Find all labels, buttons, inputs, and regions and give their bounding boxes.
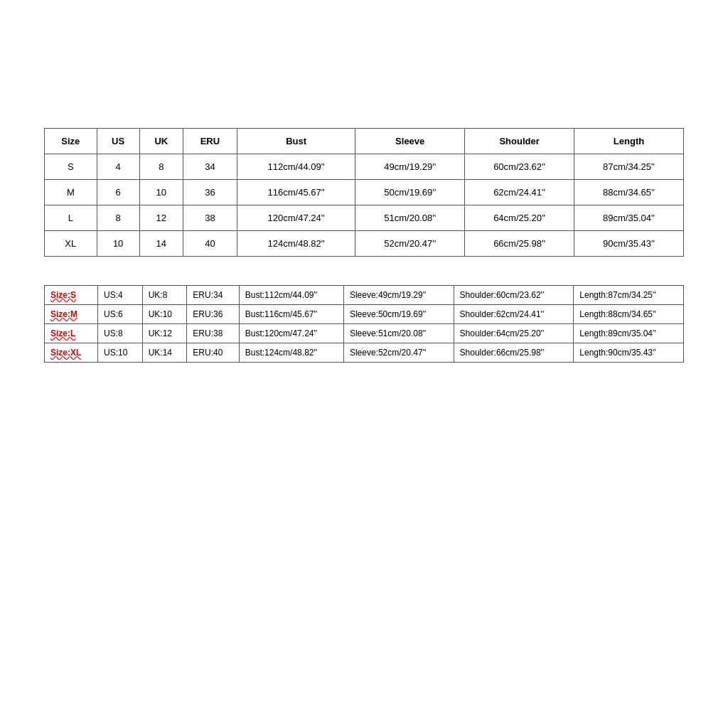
- table-cell: 90cm/35.43'': [574, 231, 684, 257]
- table-cell: 14: [139, 231, 183, 257]
- table-cell: 52cm/20.47'': [355, 231, 465, 257]
- table-cell: 10: [139, 180, 183, 205]
- table-cell: 36: [183, 180, 237, 205]
- table-cell: 62cm/24.41'': [465, 180, 574, 205]
- table-header-cell: US: [97, 129, 139, 154]
- compact-cell-sleeve: Sleeve:49cm/19.29'': [343, 286, 454, 305]
- compact-cell-bust: Bust:120cm/47.24'': [239, 324, 343, 343]
- table-header-row: SizeUSUKERUBustSleeveShoulderLength: [45, 129, 684, 154]
- compact-cell-eru: ERU:36: [187, 305, 239, 324]
- table-cell: 50cm/19.69'': [355, 180, 465, 205]
- compact-cell-size: Size:M: [45, 305, 98, 324]
- table-row: L81238120cm/47.24''51cm/20.08''64cm/25.2…: [45, 205, 684, 231]
- table-cell: 38: [183, 205, 237, 231]
- table-cell: 66cm/25.98'': [465, 231, 574, 257]
- compact-cell-length: Length:90cm/35.43'': [574, 343, 684, 363]
- compact-cell-uk: UK:14: [142, 343, 187, 363]
- compact-cell-length: Length:89cm/35.04'': [574, 324, 684, 343]
- table-cell: XL: [45, 231, 97, 257]
- table-header-cell: Sleeve: [355, 129, 465, 154]
- compact-cell-uk: UK:10: [142, 305, 187, 324]
- table-header-cell: Length: [574, 129, 684, 154]
- table-cell: 8: [139, 154, 183, 180]
- table-row: S4834112cm/44.09''49cm/19.29''60cm/23.62…: [45, 154, 684, 180]
- compact-cell-sleeve: Sleeve:52cm/20.47'': [343, 343, 454, 363]
- table-cell: 89cm/35.04'': [574, 205, 684, 231]
- table-cell: 8: [97, 205, 139, 231]
- compact-cell-size: Size:XL: [45, 343, 98, 363]
- table-cell: 10: [97, 231, 139, 257]
- table-header-cell: ERU: [183, 129, 237, 154]
- compact-cell-bust: Bust:124cm/48.82'': [239, 343, 343, 363]
- table-cell: 64cm/25.20'': [465, 205, 574, 231]
- compact-cell-shoulder: Shoulder:66cm/25.98'': [454, 343, 574, 363]
- compact-cell-uk: UK:12: [142, 324, 187, 343]
- table-cell: 49cm/19.29'': [355, 154, 465, 180]
- table-cell: 6: [97, 180, 139, 205]
- table-cell: 124cm/48.82'': [237, 231, 355, 257]
- table-cell: 12: [139, 205, 183, 231]
- tables-wrapper: SizeUSUKERUBustSleeveShoulderLength S483…: [44, 128, 684, 363]
- compact-cell-shoulder: Shoulder:60cm/23.62'': [454, 286, 574, 305]
- compact-cell-shoulder: Shoulder:62cm/24.41'': [454, 305, 574, 324]
- table-header-cell: UK: [139, 129, 183, 154]
- compact-cell-size: Size:S: [45, 286, 98, 305]
- table-cell: 88cm/34.65'': [574, 180, 684, 205]
- table-cell: L: [45, 205, 97, 231]
- compact-table-row: Size:SUS:4UK:8ERU:34Bust:112cm/44.09''Sl…: [45, 286, 684, 305]
- compact-table-row: Size:XLUS:10UK:14ERU:40Bust:124cm/48.82'…: [45, 343, 684, 363]
- table-header-cell: Bust: [237, 129, 355, 154]
- table-cell: 34: [183, 154, 237, 180]
- compact-cell-bust: Bust:112cm/44.09'': [239, 286, 343, 305]
- table-header-cell: Size: [45, 129, 97, 154]
- compact-cell-eru: ERU:40: [187, 343, 239, 363]
- table-row: XL101440124cm/48.82''52cm/20.47''66cm/25…: [45, 231, 684, 257]
- table-cell: 87cm/34.25'': [574, 154, 684, 180]
- compact-cell-us: US:8: [98, 324, 143, 343]
- table-cell: 4: [97, 154, 139, 180]
- compact-cell-us: US:10: [98, 343, 143, 363]
- compact-table-row: Size:MUS:6UK:10ERU:36Bust:116cm/45.67''S…: [45, 305, 684, 324]
- table-cell: 112cm/44.09'': [237, 154, 355, 180]
- table-row: M61036116cm/45.67''50cm/19.69''62cm/24.4…: [45, 180, 684, 205]
- compact-cell-us: US:4: [98, 286, 143, 305]
- table-header-cell: Shoulder: [465, 129, 574, 154]
- compact-cell-sleeve: Sleeve:51cm/20.08'': [343, 324, 454, 343]
- compact-cell-sleeve: Sleeve:50cm/19.69'': [343, 305, 454, 324]
- table-cell: 60cm/23.62'': [465, 154, 574, 180]
- compact-cell-length: Length:88cm/34.65'': [574, 305, 684, 324]
- compact-cell-length: Length:87cm/34.25'': [574, 286, 684, 305]
- table-cell: 40: [183, 231, 237, 257]
- table-cell: 120cm/47.24'': [237, 205, 355, 231]
- table-cell: S: [45, 154, 97, 180]
- compact-size-table: Size:SUS:4UK:8ERU:34Bust:112cm/44.09''Sl…: [44, 285, 684, 363]
- compact-cell-eru: ERU:38: [187, 324, 239, 343]
- compact-table-body: Size:SUS:4UK:8ERU:34Bust:112cm/44.09''Sl…: [45, 286, 684, 363]
- compact-cell-size: Size:L: [45, 324, 98, 343]
- table-cell: 51cm/20.08'': [355, 205, 465, 231]
- size-chart-table: SizeUSUKERUBustSleeveShoulderLength S483…: [44, 128, 684, 257]
- compact-cell-bust: Bust:116cm/45.67'': [239, 305, 343, 324]
- table-cell: M: [45, 180, 97, 205]
- compact-cell-eru: ERU:34: [187, 286, 239, 305]
- compact-table-row: Size:LUS:8UK:12ERU:38Bust:120cm/47.24''S…: [45, 324, 684, 343]
- compact-cell-us: US:6: [98, 305, 143, 324]
- compact-cell-shoulder: Shoulder:64cm/25.20'': [454, 324, 574, 343]
- compact-cell-uk: UK:8: [142, 286, 187, 305]
- table-cell: 116cm/45.67'': [237, 180, 355, 205]
- table-body: S4834112cm/44.09''49cm/19.29''60cm/23.62…: [45, 154, 684, 257]
